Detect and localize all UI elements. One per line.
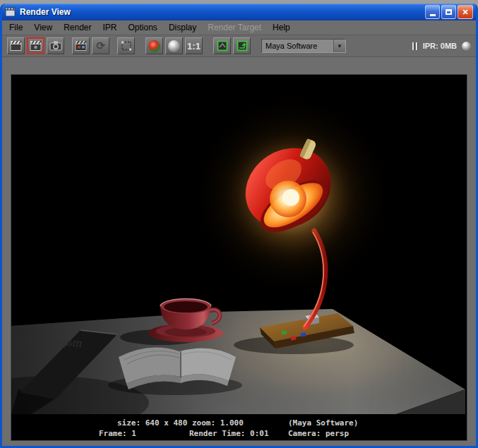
exposure-icon <box>217 40 228 52</box>
status-size-zoom: size: 640 x 480 zoom: 1.000 <box>117 418 244 428</box>
redo-previous-ipr-render-button[interactable]: ⟳ <box>92 37 109 54</box>
menu-display[interactable]: Display <box>163 21 202 34</box>
close-button[interactable]: ✕ <box>458 5 473 19</box>
render-status-bar: size: 640 x 480 zoom: 1.000 (Maya Softwa… <box>11 417 467 440</box>
alpha-sphere-icon <box>168 40 180 52</box>
status-camera: Camera: persp <box>288 429 349 438</box>
chevron-down-icon: ▼ <box>333 40 345 52</box>
ipr-render-button[interactable] <box>72 37 90 54</box>
ipr-memory-label: IPR: 0MB <box>423 42 457 50</box>
snapshot-button[interactable] <box>47 37 64 54</box>
menu-options[interactable]: Options <box>123 21 163 34</box>
render-current-frame-button[interactable] <box>7 37 25 54</box>
renderer-dropdown-value: Maya Software <box>262 40 333 52</box>
rgb-sphere-icon <box>148 40 160 52</box>
ipr-indicator-icon <box>462 42 471 51</box>
color-management-icon <box>237 40 248 52</box>
menu-render-target: Render Target <box>202 21 267 34</box>
menu-ipr[interactable]: IPR <box>97 21 123 34</box>
exposure-toggle-button[interactable] <box>213 37 231 54</box>
render-view-window: Render View ✕ File View Render IPR Optio… <box>0 4 478 448</box>
clapperboard-icon <box>10 40 23 52</box>
render-region-button[interactable] <box>117 37 135 54</box>
clapperboard-icon <box>30 40 42 52</box>
menu-view[interactable]: View <box>28 21 58 34</box>
rendered-image: maya2012 <box>11 75 467 414</box>
minimize-button[interactable] <box>425 5 440 19</box>
rgb-channels-button[interactable] <box>145 37 163 54</box>
toolbar: ⟳ 1:1 <box>2 35 476 57</box>
color-management-button[interactable] <box>233 37 251 54</box>
pause-icon <box>412 42 414 50</box>
status-renderer: (Maya Software) <box>288 418 358 428</box>
render-view-content: maya2012 <box>2 57 476 445</box>
title-bar[interactable]: Render View ✕ <box>2 4 476 20</box>
status-frame: Frame: 1 <box>99 429 136 438</box>
camera-icon <box>49 40 62 52</box>
menu-bar: File View Render IPR Options Display Ren… <box>2 20 476 35</box>
window-title: Render View <box>20 7 422 17</box>
refresh-icon: ⟳ <box>96 40 105 52</box>
real-size-label: 1:1 <box>185 41 203 52</box>
window-icon <box>5 7 16 17</box>
renderer-dropdown[interactable]: Maya Software ▼ <box>261 39 346 53</box>
alpha-channel-button[interactable] <box>165 37 183 54</box>
redo-previous-render-button[interactable] <box>27 37 44 54</box>
status-render-time: Render Time: 0:01 <box>189 429 269 438</box>
real-size-button[interactable]: 1:1 <box>185 37 203 54</box>
maximize-button[interactable] <box>441 5 456 19</box>
ipr-clapperboard-icon <box>75 40 88 52</box>
menu-help[interactable]: Help <box>267 21 296 34</box>
menu-render[interactable]: Render <box>58 21 97 34</box>
pause-ipr-button[interactable] <box>412 42 418 50</box>
minimize-icon <box>430 14 436 16</box>
maximize-icon <box>446 9 452 15</box>
menu-file[interactable]: File <box>4 21 28 34</box>
region-marquee-icon <box>121 40 132 52</box>
close-icon: ✕ <box>462 8 468 16</box>
render-panel[interactable]: maya2012 <box>11 74 467 441</box>
